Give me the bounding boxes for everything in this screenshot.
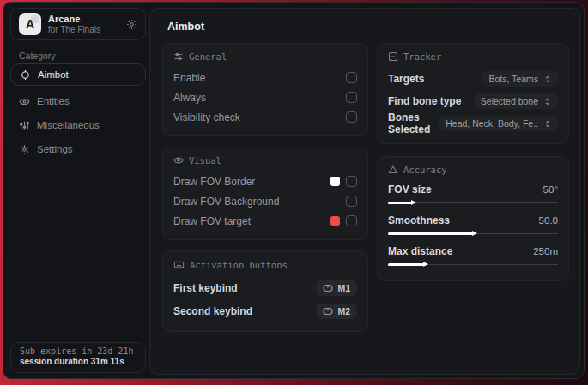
sliders-icon (19, 120, 30, 131)
first-keybind-button[interactable]: M1 (316, 280, 357, 296)
sidebar-item-entities[interactable]: Entities (19, 93, 70, 110)
right-column: Tracker Targets Bots, Teams Find bone ty… (377, 43, 569, 281)
slider-value: 50.0 (539, 215, 558, 226)
fov-background-checkbox[interactable] (346, 196, 357, 207)
unfold-icon (543, 119, 552, 129)
tracker-label: Bones Selected (388, 111, 439, 135)
setting-row-fov-border: Draw FOV Border (173, 171, 357, 191)
slider-fill (388, 202, 412, 204)
subscription-expiry: Sub expires in 23d 21h (20, 346, 136, 356)
targets-dropdown[interactable]: Bots, Teams (482, 71, 558, 87)
setting-label: Enable (173, 72, 205, 84)
enable-checkbox[interactable] (346, 72, 357, 83)
second-keybind-button[interactable]: M2 (316, 304, 357, 319)
visual-card: Visual Draw FOV Border Draw FOV Backgrou… (162, 147, 368, 240)
triangle-icon (388, 165, 398, 175)
slider-value: 50° (543, 184, 558, 195)
sidebar-item-aimbot[interactable]: Aimbot (10, 63, 146, 86)
slider-fill (388, 232, 473, 235)
mouse-icon (323, 307, 333, 316)
unfold-icon (543, 75, 552, 84)
fov-border-checkbox[interactable] (346, 176, 357, 187)
card-title: General (189, 51, 227, 62)
mouse-icon (323, 284, 333, 292)
bones-selected-dropdown[interactable]: Head, Neck, Body, Fe.. (439, 116, 558, 131)
setting-label: Draw FOV target (173, 215, 251, 227)
keyboard-icon (173, 259, 185, 270)
sidebar-item-settings[interactable]: Settings (19, 141, 73, 158)
fov-size-slider[interactable] (388, 199, 558, 207)
activation-card-header: Activation buttons (173, 259, 357, 270)
sidebar-item-label: Settings (37, 144, 73, 154)
dropdown-value: Head, Neck, Body, Fe.. (446, 118, 538, 129)
slider-row-smoothness: Smoothness 50.0 (388, 212, 558, 238)
setting-controls (346, 196, 357, 207)
fov-border-color-swatch[interactable] (330, 177, 340, 186)
tracker-label: Targets (388, 73, 424, 85)
slider-row-top: FOV size 50° (388, 181, 558, 198)
keybind-value: M2 (337, 306, 350, 316)
general-card-header: General (173, 51, 357, 62)
setting-controls (330, 215, 357, 226)
subscription-card: Sub expires in 23d 21h session duration … (10, 342, 146, 373)
keybind-label: Second keybind (173, 305, 252, 317)
app-subtitle: for The Finals (48, 25, 119, 35)
scan-icon (388, 51, 398, 62)
slider-thumb[interactable] (472, 231, 477, 236)
tracker-card: Tracker Targets Bots, Teams Find bone ty… (377, 43, 569, 144)
always-checkbox[interactable] (346, 92, 357, 103)
unfold-icon (543, 97, 552, 106)
setting-row-visibility-check: Visibility check (173, 107, 357, 127)
card-title: Visual (189, 155, 221, 165)
keybind-label: First keybind (173, 282, 238, 294)
content-columns: General Enable Always Visibility check (162, 43, 569, 332)
accuracy-card-header: Accuracy (388, 165, 558, 175)
dropdown-value: Bots, Teams (488, 74, 538, 84)
crosshair-icon (20, 69, 31, 81)
keybind-row-second: Second keybind M2 (173, 299, 357, 322)
setting-label: Draw FOV Background (173, 196, 279, 208)
accuracy-card: Accuracy FOV size 50° (377, 156, 569, 281)
fov-target-color-swatch[interactable] (330, 216, 340, 226)
slider-row-max-distance: Max distance 250m (388, 243, 558, 268)
slider-row-top: Max distance 250m (388, 243, 558, 260)
app-logo: A (19, 13, 41, 35)
tune-icon (173, 51, 184, 62)
slider-thumb[interactable] (423, 262, 428, 267)
setting-label: Visibility check (173, 111, 240, 123)
brand-gear-icon[interactable] (126, 19, 137, 30)
left-column: General Enable Always Visibility check (162, 43, 368, 332)
max-distance-slider[interactable] (388, 261, 558, 268)
keybind-value: M1 (337, 283, 350, 293)
slider-label: FOV size (388, 183, 432, 196)
session-duration: session duration 31m 11s (20, 357, 136, 366)
sidebar-item-miscellaneous[interactable]: Miscellaneous (19, 117, 100, 134)
tracker-card-header: Tracker (388, 51, 558, 62)
sidebar-item-label: Entities (37, 96, 70, 106)
setting-row-always: Always (173, 87, 357, 107)
slider-thumb[interactable] (411, 200, 416, 205)
visual-card-header: Visual (173, 155, 357, 165)
setting-row-fov-background: Draw FOV Background (173, 191, 357, 211)
bone-type-dropdown[interactable]: Selected bone (475, 93, 558, 109)
dropdown-value: Selected bone (481, 96, 538, 106)
page-title: Aimbot (167, 21, 569, 33)
slider-row-top: Smoothness 50.0 (388, 212, 558, 229)
smoothness-slider[interactable] (388, 230, 558, 238)
slider-fill (388, 263, 424, 266)
tracker-row-targets: Targets Bots, Teams (388, 68, 558, 90)
visibility-check-checkbox[interactable] (346, 111, 357, 123)
tracker-row-bones-selected: Bones Selected Head, Neck, Body, Fe.. (388, 112, 558, 135)
brand-text: Arcane for The Finals (48, 14, 119, 34)
activation-card: Activation buttons First keybind M1 Seco… (162, 250, 368, 332)
general-card: General Enable Always Visibility check (162, 43, 368, 136)
setting-label: Draw FOV Border (173, 176, 255, 188)
category-label: Category (19, 51, 56, 61)
card-title: Accuracy (403, 165, 447, 175)
fov-target-checkbox[interactable] (346, 215, 357, 226)
app-window: A Arcane for The Finals Category Aimbot (3, 2, 585, 379)
keybind-row-first: First keybind M1 (173, 276, 357, 299)
card-title: Tracker (403, 51, 441, 62)
sidebar: A Arcane for The Finals Category Aimbot (3, 3, 149, 378)
setting-row-enable: Enable (173, 68, 357, 87)
